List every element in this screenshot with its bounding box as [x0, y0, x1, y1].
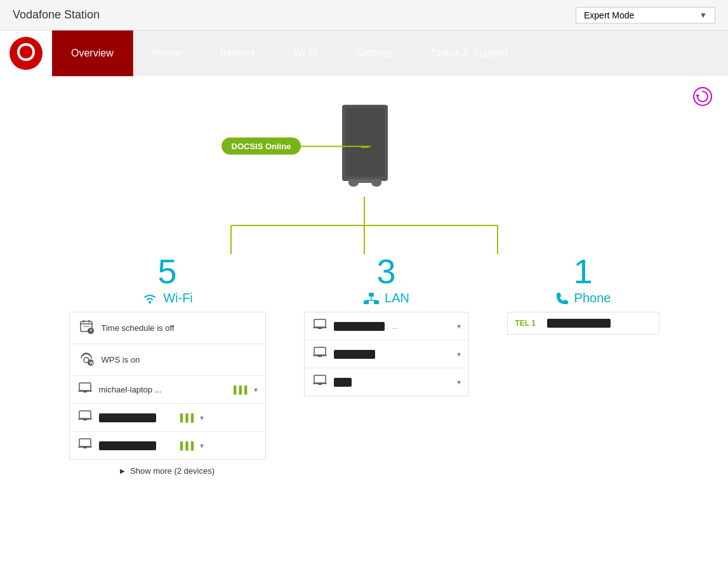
wifi-label-row: Wi-Fi [142, 291, 193, 305]
tree-connectors [13, 197, 715, 254]
lan-laptop-icon-3 [312, 375, 328, 389]
lan-column: 3 LAN [304, 254, 469, 482]
schedule-svg [79, 319, 94, 334]
laptop-svg-2 [78, 410, 92, 422]
lan-device-2-arrow: ▾ [457, 350, 461, 359]
wifi-device-2-name-redacted [99, 413, 156, 422]
phone-column: 1 Phone TEL 1 [507, 254, 659, 482]
main-content: DOCSIS Online [0, 76, 728, 569]
lan-device-3[interactable]: ▾ [305, 368, 468, 396]
wifi-device-1-name: michael-laptop ... [99, 385, 225, 394]
svg-rect-8 [348, 179, 381, 183]
wifi-label: Wi-Fi [163, 291, 193, 305]
svg-rect-32 [79, 439, 91, 446]
lan-count: 3 [376, 254, 395, 288]
wifi-device-1-signal: ▐▐▐ [231, 385, 248, 394]
phone-label-row: Phone [555, 291, 611, 305]
lan-device-2[interactable]: ▾ [305, 340, 468, 368]
svg-rect-29 [79, 411, 91, 418]
wifi-device-1[interactable]: michael-laptop ... ▐▐▐ ▾ [70, 376, 265, 404]
expert-mode-label: Expert Mode [584, 10, 699, 20]
svg-rect-31 [83, 419, 87, 420]
nav-item-settings[interactable]: Settings [337, 30, 413, 76]
svg-rect-34 [83, 447, 87, 448]
lan-device-3-name [334, 378, 352, 387]
dropdown-arrow-icon: ▼ [699, 11, 707, 20]
wifi-device-3-arrow: ▾ [200, 441, 204, 450]
lan-label-row: LAN [363, 291, 409, 305]
show-more-text: Show more (2 devices) [130, 466, 215, 476]
tree-svg [142, 197, 586, 254]
phone-number-redacted [547, 319, 611, 328]
docsis-badge: DOCSIS Online [222, 138, 301, 155]
wifi-device-3[interactable]: ... ▐▐▐ ▾ [70, 432, 265, 459]
phone-count: 1 [573, 254, 592, 288]
lan-device-3-arrow: ▾ [457, 378, 461, 387]
svg-point-14 [149, 301, 151, 304]
lan-laptop-svg-3 [313, 375, 327, 386]
router-section: DOCSIS Online [13, 89, 715, 197]
lan-laptop-icon-2 [312, 347, 328, 361]
laptop-icon-1 [77, 382, 93, 397]
svg-rect-45 [318, 356, 322, 357]
lan-laptop-svg-1 [313, 319, 327, 330]
nav-item-wifi[interactable]: Wi-Fi [274, 30, 336, 76]
svg-rect-36 [364, 300, 369, 304]
svg-rect-46 [314, 375, 326, 383]
wifi-device-2[interactable]: ... ▐▐▐ ▾ [70, 404, 265, 432]
lan-laptop-svg-2 [313, 347, 327, 358]
top-bar: Vodafone Station Expert Mode ▼ [0, 0, 728, 30]
laptop-icon-3 [77, 438, 93, 453]
wifi-device-2-signal: ▐▐▐ [178, 413, 194, 422]
wifi-device-3-name-redacted [99, 441, 156, 450]
vodafone-logo-svg [10, 37, 43, 70]
nav-item-overview[interactable]: Overview [52, 30, 133, 76]
wifi-wps-item: W WPS is on [70, 344, 265, 376]
tel-badge: TEL 1 [515, 319, 536, 328]
svg-text:W: W [89, 361, 94, 365]
lan-device-2-name [334, 350, 375, 359]
lan-device-1-name [334, 322, 385, 331]
wifi-device-2-arrow: ▾ [200, 413, 204, 422]
laptop-svg-3 [78, 438, 92, 450]
phone-icon [555, 291, 569, 305]
laptop-icon-2 [77, 410, 93, 425]
app-title: Vodafone Station [13, 8, 100, 22]
wps-text: WPS is on [102, 355, 140, 365]
show-more-arrow-icon: ▶ [120, 467, 125, 474]
wps-icon: W [77, 351, 95, 369]
lan-device-1[interactable]: ... ▾ [305, 312, 468, 340]
wps-svg: W [79, 351, 94, 366]
nav-item-phone[interactable]: Phone [133, 30, 201, 76]
wifi-count: 5 [157, 254, 176, 288]
lan-icon [363, 292, 380, 305]
lan-label: LAN [385, 291, 409, 305]
nav-item-status-support[interactable]: Status & Support [412, 30, 527, 76]
svg-rect-26 [79, 383, 91, 391]
wifi-icon [142, 292, 158, 305]
nav-items: Overview Phone Internet Wi-Fi Settings S… [52, 30, 728, 76]
phone-tel1-item[interactable]: TEL 1 [508, 312, 659, 334]
svg-rect-48 [318, 384, 322, 385]
time-schedule-text: Time schedule is off [102, 323, 175, 333]
lan-laptop-icon-1 [312, 319, 328, 333]
svg-rect-37 [374, 300, 379, 304]
nav-item-internet[interactable]: Internet [201, 30, 274, 76]
vodafone-logo [0, 30, 52, 76]
docsis-container: DOCSIS Online [222, 138, 371, 155]
phone-device-list: TEL 1 [507, 312, 659, 335]
show-more-button[interactable]: ▶ Show more (2 devices) [120, 460, 215, 482]
wifi-device-3-signal: ▐▐▐ [178, 441, 194, 450]
lan-device-1-arrow: ▾ [457, 322, 461, 331]
docsis-line [301, 145, 371, 147]
columns-area: 5 Wi-Fi [13, 254, 715, 482]
svg-rect-28 [83, 391, 87, 392]
router-container: DOCSIS Online [329, 95, 399, 197]
lan-device-list: ... ▾ ▾ [304, 312, 469, 396]
svg-rect-42 [318, 328, 322, 329]
expert-mode-selector[interactable]: Expert Mode ▼ [576, 7, 715, 23]
svg-rect-35 [369, 293, 374, 297]
phone-label: Phone [574, 291, 611, 305]
svg-rect-40 [314, 319, 326, 327]
wifi-time-schedule-item: Time schedule is off [70, 312, 265, 344]
